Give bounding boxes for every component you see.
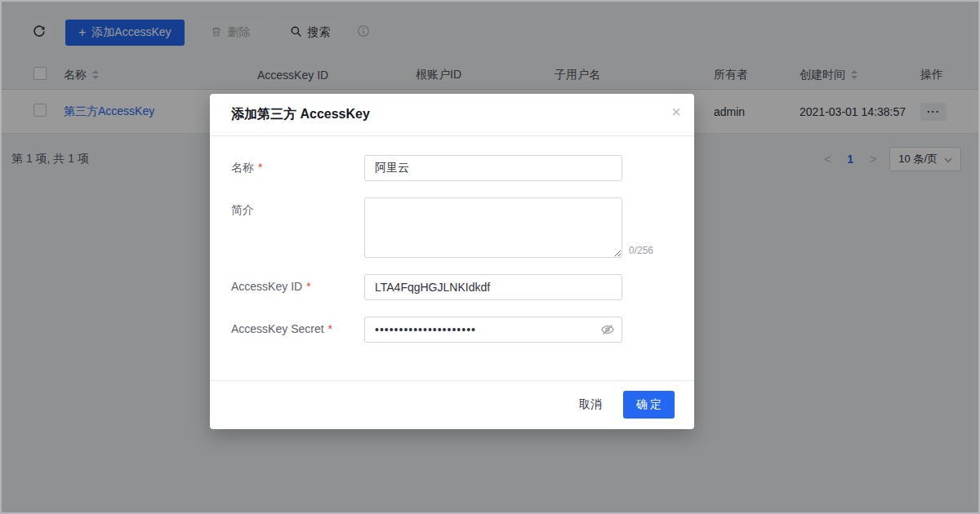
char-counter: 0/256: [629, 245, 653, 256]
add-accesskey-dialog: 添加第三方 AccessKey × 名称* 简介 0/256: [210, 94, 694, 429]
form-row-accesskey-secret: AccessKey Secret*: [231, 317, 675, 343]
required-asterisk: *: [328, 322, 332, 335]
close-icon[interactable]: ×: [671, 104, 681, 120]
accesskey-id-field-wrap: [364, 274, 622, 300]
required-asterisk: *: [306, 280, 310, 293]
dialog-header: 添加第三方 AccessKey ×: [210, 94, 694, 136]
dialog-title: 添加第三方 AccessKey: [231, 106, 370, 123]
accesskey-secret-label: AccessKey Secret*: [231, 317, 364, 343]
description-label: 简介: [231, 197, 364, 258]
accesskey-id-label: AccessKey ID*: [231, 274, 364, 300]
accesskey-secret-field-wrap: [364, 317, 622, 343]
form-row-name: 名称*: [231, 155, 675, 181]
form-row-accesskey-id: AccessKey ID*: [231, 274, 675, 300]
eye-slash-icon: [600, 327, 615, 339]
confirm-button[interactable]: 确定: [623, 391, 675, 419]
name-field-wrap: [364, 155, 622, 181]
cancel-button[interactable]: 取消: [579, 397, 602, 412]
app-window: + 添加AccessKey 删除 搜索 名称 AccessKey ID: [0, 0, 980, 514]
required-asterisk: *: [258, 161, 262, 174]
description-textarea[interactable]: [364, 197, 622, 258]
name-input[interactable]: [364, 155, 622, 181]
dialog-footer: 取消 确定: [210, 380, 694, 429]
dialog-body: 名称* 简介 0/256 AccessKey ID*: [210, 136, 694, 380]
toggle-secret-visibility-button[interactable]: [600, 322, 615, 339]
form-row-description: 简介 0/256: [231, 197, 675, 258]
accesskey-id-input[interactable]: [364, 274, 622, 300]
accesskey-secret-input[interactable]: [364, 317, 622, 343]
name-label: 名称*: [231, 155, 364, 181]
description-field-wrap: 0/256: [364, 197, 622, 258]
